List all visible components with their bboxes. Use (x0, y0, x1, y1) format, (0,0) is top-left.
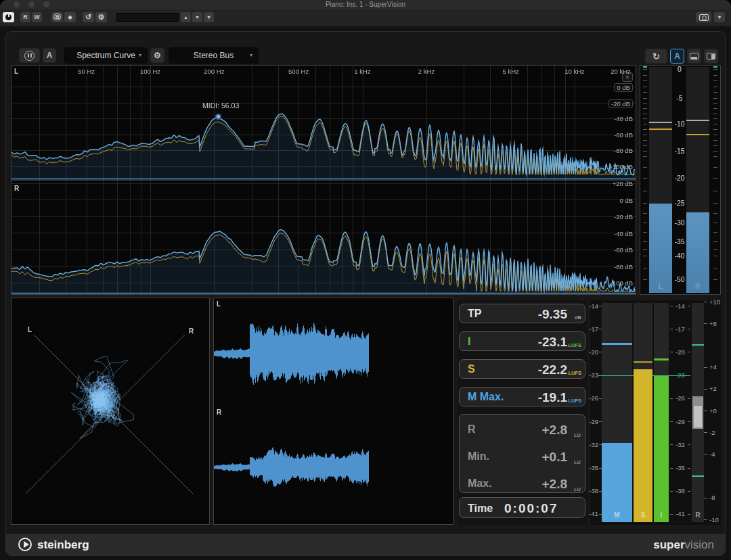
meter-tick (643, 92, 647, 93)
meter-tick (643, 241, 647, 242)
meter-tick (643, 118, 647, 119)
meter-tick (713, 92, 717, 93)
loudness-tick (688, 421, 690, 422)
traffic-zoom-button[interactable] (43, 1, 49, 7)
loudness-scale-label: -29 (589, 418, 598, 425)
loudness-mid-scale-label: -29 (673, 418, 688, 425)
meter-tick (643, 135, 647, 135)
freq-tick-label: 10 kHz (564, 68, 585, 75)
db-tick-label: -40 dB (614, 230, 633, 237)
loudness-tick (688, 491, 690, 492)
reset-button[interactable]: ↻ (645, 49, 667, 64)
module-select-value: Spectrum Curve (76, 51, 135, 60)
meter-avg-line (649, 129, 672, 130)
pause-button[interactable] (19, 48, 40, 63)
module-settings-button[interactable]: ⚙ (150, 48, 164, 63)
chevron-down-icon: ▾ (718, 15, 721, 20)
meter-tick (643, 114, 647, 114)
db-tick-label: -80 dB (614, 263, 633, 271)
layout-split-vertical-button[interactable] (704, 49, 718, 64)
vectorscope-canvas[interactable] (12, 298, 209, 524)
switch-ab-button[interactable]: ⓐ (51, 12, 63, 22)
next-preset-button[interactable]: ▼ (192, 12, 202, 22)
hold-a-button[interactable]: A (43, 48, 56, 63)
meter-tick (713, 223, 717, 223)
window-menu-button[interactable]: ▾ (714, 12, 725, 22)
window-title: Piano: Ins. 1 - SuperVision (0, 0, 731, 9)
diamond-icon: ◆ (68, 15, 72, 20)
meter-channel-label: L (649, 282, 672, 290)
previous-preset-button[interactable]: ▲ (181, 12, 191, 22)
meter-tick (713, 124, 717, 124)
snapshot-button[interactable] (696, 12, 711, 22)
freq-tick-label: 2 kHz (418, 68, 435, 75)
preset-nav-icon-button[interactable]: ◆ (64, 12, 76, 22)
preset-name-input[interactable] (116, 13, 179, 22)
peak-marker[interactable] (215, 114, 221, 120)
db-tick-label: -60 dB (614, 246, 633, 254)
loudness-bar-fill (634, 369, 652, 522)
range-scale-label: -10 (709, 516, 719, 523)
loudness-meter-panel[interactable]: -14-14-17-17-20-20-23-23-26-26-29-29-32-… (590, 300, 721, 525)
meter-tick (713, 108, 717, 109)
loudness-row-unit: LUFS (568, 370, 581, 376)
spectrum-canvas-left[interactable] (12, 66, 636, 180)
traffic-close-button[interactable] (14, 1, 20, 7)
spectrum-channel-label-left: L (14, 68, 18, 75)
preset-menu-button[interactable]: ▾ (204, 12, 214, 22)
meter-peak-hold-line (686, 120, 709, 121)
waveform-channel-label-right: R (217, 409, 221, 416)
gear-icon: ⚙ (98, 14, 105, 21)
read-automation-button[interactable]: R (20, 12, 30, 22)
bypass-button[interactable]: ↺ (83, 12, 94, 22)
plugin-power-button[interactable] (3, 12, 14, 22)
ab-compare-button[interactable]: A (670, 49, 684, 64)
plugin-settings-button[interactable]: ⚙ (95, 12, 107, 22)
range-scale-label: -2 (709, 429, 715, 436)
module-select[interactable]: Spectrum Curve ▾ (64, 47, 148, 64)
time-value: 0:00:07 (504, 501, 558, 517)
spectrum-canvas-right[interactable] (12, 181, 636, 294)
loudness-row-unit: LUFS (568, 342, 581, 348)
meter-tick (643, 279, 647, 280)
loudness-tick (599, 398, 602, 399)
meter-tick (713, 151, 717, 151)
arrow-up-icon: ▲ (183, 15, 188, 20)
time-box: Time 0:00:07 (459, 497, 585, 518)
range-scale-label: -8 (709, 494, 715, 501)
range-threshold-mark (692, 344, 704, 346)
layout-right-icon (707, 53, 715, 60)
range-tick (704, 454, 707, 454)
loudness-tick (688, 514, 690, 515)
loudness-range-box: R+2.8LUMin.+0.1LUMax.+2.8LU (459, 414, 585, 493)
source-select[interactable]: Stereo Bus ▾ (169, 47, 259, 64)
range-tick (704, 432, 707, 433)
freq-tick-label: 5 kHz (502, 68, 518, 75)
meter-tick (643, 75, 647, 76)
loudness-scale-label: -14 (589, 302, 598, 310)
camera-icon (699, 14, 709, 21)
write-automation-button[interactable]: W (32, 12, 42, 22)
loudness-row-label: TP (468, 308, 481, 320)
meter-tick (643, 69, 647, 70)
loudness-tick (599, 352, 602, 352)
meter-tick (643, 108, 647, 109)
vectorscope-left-label: L (28, 327, 32, 333)
circled-a-icon: ⓐ (53, 14, 61, 21)
loudness-scale-label: -38 (589, 487, 598, 494)
plugin-footer: steinberg supervision (6, 533, 725, 555)
spectrum-display-panel: L R MIDI: 56.03 × 50 Hz100 Hz200 Hz500 H… (11, 65, 636, 295)
traffic-minimize-button[interactable] (28, 1, 35, 7)
freq-tick-label: 100 Hz (140, 68, 160, 75)
chevron-down-icon: ▾ (250, 53, 252, 58)
loudness-scale-label: -41 (589, 510, 598, 517)
meter-tick (643, 145, 647, 146)
meter-tick (713, 178, 717, 179)
waveform-canvas[interactable] (214, 298, 453, 524)
layout-split-horizontal-button[interactable] (687, 49, 701, 64)
meter-tick (643, 178, 647, 179)
level-meter-panel[interactable]: 0-5-10-15-20-25-30-35-40-50LR (640, 65, 721, 295)
range-row-label: Max. (468, 477, 492, 490)
range-threshold-mark (692, 475, 704, 477)
meter-tick (713, 279, 717, 280)
